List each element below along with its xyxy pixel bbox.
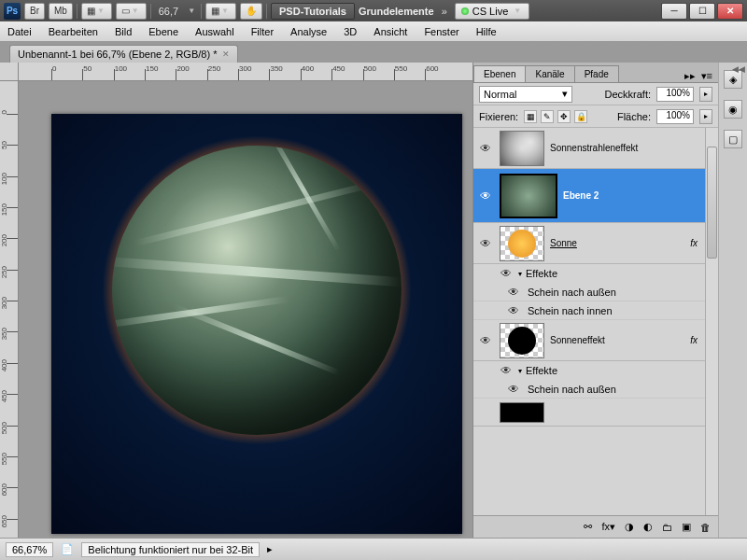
fill-label: Fläche: xyxy=(617,111,651,122)
panels-dock: Ebenen Kanäle Pfade ▸▸▾≡ Normal▾ Deckkra… xyxy=(472,63,747,538)
visibility-icon[interactable]: 👁 xyxy=(477,188,494,204)
visibility-icon[interactable]: 👁 xyxy=(477,332,494,349)
adjustment-layer-icon[interactable]: ◐ xyxy=(643,521,653,533)
workspace-psdtutorials[interactable]: PSD-Tutorials xyxy=(271,3,355,20)
fx-badge[interactable]: fx xyxy=(690,335,701,345)
ruler-origin[interactable] xyxy=(0,63,19,81)
layer-mask-icon[interactable]: ◑ xyxy=(625,521,634,533)
collapsed-panel-strip: ◈ ◉ ▢ xyxy=(719,63,747,538)
layers-scrollbar[interactable] xyxy=(705,128,718,515)
scrollbar-thumb[interactable] xyxy=(707,147,717,259)
window-close-button[interactable]: ✕ xyxy=(717,3,743,20)
menu-fenster[interactable]: Fenster xyxy=(424,26,458,37)
lock-transparent-icon[interactable]: ▦ xyxy=(524,110,537,123)
layer-thumbnail[interactable] xyxy=(500,131,544,166)
status-doc-info-icon[interactable]: 📄 xyxy=(61,543,74,555)
window-minimize-button[interactable]: ─ xyxy=(661,3,687,20)
menu-hilfe[interactable]: Hilfe xyxy=(476,26,497,37)
layer-thumbnail[interactable] xyxy=(500,226,544,261)
layer-row[interactable]: 👁 Sonne fx▾ xyxy=(473,223,718,264)
menu-bar: Datei Bearbeiten Bild Ebene Auswahl Filt… xyxy=(0,21,747,42)
fx-badge[interactable]: fx xyxy=(690,238,701,248)
status-bar: 66,67% 📄 Belichtung funktioniert nur bei… xyxy=(0,538,747,560)
layer-row[interactable] xyxy=(473,399,718,427)
title-bar: Ps Br Mb ▦▼ ▭▼ 66,7▼ ▦▼ ✋ PSD-Tutorials … xyxy=(0,0,747,21)
color-icon[interactable]: ◉ xyxy=(724,100,742,119)
visibility-icon[interactable]: 👁 xyxy=(477,140,494,157)
layer-name[interactable]: Sonnenstrahleneffekt xyxy=(550,143,714,153)
blend-mode-dropdown[interactable]: Normal▾ xyxy=(479,86,572,103)
ruler-vertical[interactable]: 0501001502002503003504004505005506006507… xyxy=(0,81,19,538)
tab-kanaele[interactable]: Kanäle xyxy=(525,65,574,82)
menu-ansicht[interactable]: Ansicht xyxy=(374,26,407,37)
menu-filter[interactable]: Filter xyxy=(251,26,274,37)
opacity-flyout[interactable]: ▸ xyxy=(699,87,712,102)
layer-row[interactable]: 👁 Sonnenstrahleneffekt xyxy=(473,128,718,169)
group-icon[interactable]: 🗀 xyxy=(662,522,672,533)
lock-label: Fixieren: xyxy=(479,111,518,122)
visibility-icon[interactable] xyxy=(477,404,494,421)
lock-pixels-icon[interactable]: ✎ xyxy=(541,110,554,123)
lock-all-icon[interactable]: 🔒 xyxy=(574,110,587,123)
document-canvas[interactable] xyxy=(51,114,462,534)
effect-outer-glow[interactable]: 👁Schein nach außen xyxy=(473,380,718,399)
layer-thumbnail[interactable] xyxy=(500,174,557,218)
photoshop-icon: Ps xyxy=(4,3,21,20)
bridge-button[interactable]: Br xyxy=(24,3,45,20)
view-hand-button[interactable]: ✋ xyxy=(240,3,262,20)
effects-group[interactable]: 👁▾Effekte xyxy=(473,361,718,380)
menu-bild[interactable]: Bild xyxy=(115,26,132,37)
link-layers-icon[interactable]: ⚯ xyxy=(584,521,592,533)
layer-thumbnail[interactable] xyxy=(500,323,544,358)
layer-name[interactable]: Ebene 2 xyxy=(563,190,714,201)
opacity-input[interactable]: 100% xyxy=(656,87,694,102)
tab-pfade[interactable]: Pfade xyxy=(574,65,619,82)
layer-thumbnail[interactable] xyxy=(500,402,544,423)
new-layer-icon[interactable]: ▣ xyxy=(682,521,691,533)
effect-outer-glow[interactable]: 👁Schein nach außen xyxy=(473,283,718,301)
close-tab-icon[interactable]: ✕ xyxy=(222,49,230,59)
workspace-grundelemente[interactable]: Grundelemente xyxy=(359,6,434,17)
effect-inner-glow[interactable]: 👁Schein nach innen xyxy=(473,301,718,320)
menu-3d[interactable]: 3D xyxy=(344,26,357,37)
layer-name[interactable]: Sonneneffekt xyxy=(550,335,684,345)
status-message[interactable]: Belichtung funktioniert nur bei 32-Bit xyxy=(81,542,260,557)
fill-input[interactable]: 100% xyxy=(656,109,694,124)
panel-tab-bar: Ebenen Kanäle Pfade ▸▸▾≡ xyxy=(473,63,718,83)
minibridge-button[interactable]: Mb xyxy=(49,3,73,20)
status-flyout-icon[interactable]: ▸ xyxy=(267,543,273,555)
effects-group[interactable]: 👁▾Effekte xyxy=(473,264,718,283)
lock-position-icon[interactable]: ✥ xyxy=(557,110,571,123)
menu-analyse[interactable]: Analyse xyxy=(290,26,327,37)
visibility-icon[interactable]: 👁 xyxy=(477,235,494,252)
zoom-value[interactable]: 66,7 xyxy=(155,6,182,17)
layer-style-icon[interactable]: fx▾ xyxy=(601,521,615,533)
tab-ebenen[interactable]: Ebenen xyxy=(473,65,526,82)
document-arrange-button[interactable]: ▦▼ xyxy=(81,3,112,20)
menu-datei[interactable]: Datei xyxy=(7,26,32,37)
delete-layer-icon[interactable]: 🗑 xyxy=(700,522,711,533)
layer-row[interactable]: 👁 Sonneneffekt fx▾ xyxy=(473,320,718,361)
styles-icon[interactable]: ▢ xyxy=(724,130,742,148)
menu-ebene[interactable]: Ebene xyxy=(148,26,178,37)
layer-row-selected[interactable]: 👁 Ebene 2 xyxy=(473,169,718,223)
document-tab-label: Unbenannt-1 bei 66,7% (Ebene 2, RGB/8) * xyxy=(18,49,217,60)
planet-art xyxy=(112,146,402,435)
cs-live-button[interactable]: CS Live▼ xyxy=(455,3,529,20)
layer-name[interactable]: Sonne xyxy=(550,238,684,248)
fill-flyout[interactable]: ▸ xyxy=(699,109,712,124)
window-maximize-button[interactable]: ☐ xyxy=(689,3,715,20)
work-area: ◀◀ 050100150200250300350400450500550600 … xyxy=(0,63,747,538)
screen-mode-button[interactable]: ▭▼ xyxy=(116,3,147,20)
status-zoom[interactable]: 66,67% xyxy=(6,542,53,557)
panel-menu-icon[interactable]: ▾≡ xyxy=(701,70,712,82)
document-tab[interactable]: Unbenannt-1 bei 66,7% (Ebene 2, RGB/8) *… xyxy=(9,45,238,63)
menu-bearbeiten[interactable]: Bearbeiten xyxy=(49,26,98,37)
layers-footer: ⚯ fx▾ ◑ ◐ 🗀 ▣ 🗑 xyxy=(473,515,718,538)
menu-auswahl[interactable]: Auswahl xyxy=(195,26,234,37)
view-extras-button[interactable]: ▦▼ xyxy=(205,3,236,20)
workspace-more[interactable]: » xyxy=(438,6,451,17)
panel-expand-icon[interactable]: ▸▸ xyxy=(684,70,696,82)
opacity-label: Deckkraft: xyxy=(604,89,651,100)
expand-panels-icon[interactable]: ◀◀ xyxy=(732,64,745,74)
